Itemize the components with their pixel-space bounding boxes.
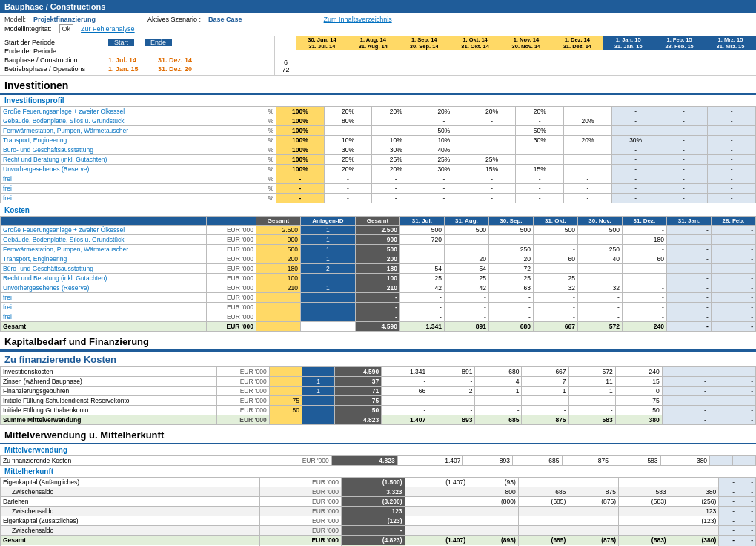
table-cell: Zwischensaldo: [1, 487, 260, 497]
table-cell: EUR '000: [216, 377, 269, 387]
table-cell: -: [711, 254, 755, 264]
table-cell: [256, 303, 301, 312]
table-cell: -: [666, 274, 711, 283]
period-h1-7: 1. Jan. 15: [603, 36, 654, 43]
list-item: frei%----------: [1, 174, 756, 184]
table-cell: 42: [399, 283, 444, 293]
table-cell: -: [533, 293, 577, 303]
table-cell: 10%: [420, 136, 468, 145]
list-item: Große Feuerungsanlage + zweiter Ölkessel…: [1, 107, 756, 116]
table-cell: -: [468, 174, 516, 184]
table-cell: 240: [622, 322, 666, 332]
table-cell: -: [719, 526, 737, 536]
table-cell: -: [428, 377, 475, 387]
header-bar: Bauphase / Constructions: [0, 0, 756, 13]
table-cell: -: [662, 367, 709, 377]
table-cell: 891: [428, 367, 475, 377]
table-cell: -: [737, 516, 756, 526]
list-item: Büro- und Geschäftsausstattung%100%30%30…: [1, 145, 756, 155]
integritaet-label: Modellintegrität:: [4, 25, 52, 33]
table-cell: -: [568, 406, 615, 415]
table-cell: -: [382, 406, 428, 415]
table-cell: -: [611, 194, 660, 203]
verwendung-sub-title: Mittelverwendung: [0, 444, 756, 455]
table-cell: 380: [660, 456, 710, 466]
kosten-th-p4: 31. Okt.: [533, 217, 577, 226]
table-cell: 20%: [468, 107, 516, 116]
list-item: Unvorhergesehenes (Reserve)%100%20%20%30…: [1, 165, 756, 174]
table-cell: 15%: [468, 165, 516, 174]
table-cell: [302, 396, 334, 406]
table-cell: -: [428, 406, 475, 415]
table-cell: [468, 126, 516, 136]
table-cell: -: [488, 293, 533, 303]
table-cell: EUR '000: [216, 367, 269, 377]
table-cell: -: [533, 235, 577, 245]
table-cell: 100%: [276, 145, 325, 155]
table-cell: -: [372, 194, 420, 203]
table-cell: Initiale Füllung Guthabenkonto: [1, 406, 217, 415]
list-item: Gebäude, Bodenplatte, Silos u. Grundstüc…: [1, 116, 756, 126]
table-cell: -: [399, 312, 444, 322]
table-cell: 4.823: [331, 456, 397, 466]
table-cell: 25: [533, 274, 577, 283]
list-item: Fernwärmestation, Pumpen, Wärmetauscher%…: [1, 126, 756, 136]
table-cell: -: [733, 456, 756, 466]
table-cell: [619, 478, 669, 487]
table-cell: Unvorhergesehenes (Reserve): [1, 165, 222, 174]
table-cell: -: [533, 312, 577, 322]
table-cell: 20%: [372, 107, 420, 116]
table-cell: 25%: [324, 155, 372, 165]
table-cell: 66: [382, 387, 428, 396]
table-cell: [564, 145, 612, 155]
fehler-link[interactable]: Zur Fehleranalyse: [81, 25, 135, 33]
table-cell: -: [737, 478, 756, 487]
table-cell: 30%: [372, 145, 420, 155]
table-cell: EUR '000: [206, 264, 256, 274]
list-item: Zu finanzierende KostenEUR '0004.8231.40…: [1, 456, 756, 466]
table-cell: 583: [611, 456, 661, 466]
table-cell: Summe Mittelverwendung: [1, 415, 217, 425]
toc-link[interactable]: Zum Inhaltsverzeichnis: [324, 16, 392, 23]
table-cell: (3.200): [342, 497, 405, 507]
table-cell: -: [662, 406, 709, 415]
table-cell: -: [324, 184, 372, 194]
table-cell: 20%: [324, 107, 372, 116]
table-cell: Unvorhergesehenes (Reserve): [1, 283, 207, 293]
szenario-label: Aktives Szenario :: [147, 16, 201, 23]
table-cell: 100: [256, 274, 301, 283]
table-cell: -: [666, 226, 711, 235]
table-cell: [468, 516, 519, 526]
table-cell: [564, 155, 612, 165]
table-cell: -: [708, 174, 756, 184]
table-cell: 4.590: [335, 367, 382, 377]
kosten-th-unit: [206, 217, 256, 226]
table-cell: 2.500: [355, 226, 399, 235]
table-cell: 180: [355, 264, 399, 274]
table-cell: -: [711, 264, 755, 274]
kosten-table: Gesamt Anlagen-ID Gesamt 31. Jul. 31. Au…: [0, 216, 756, 332]
table-cell: -: [488, 235, 533, 245]
table-cell: 100: [355, 274, 399, 283]
table-cell: %: [222, 136, 276, 145]
table-cell: 7: [522, 377, 568, 387]
table-cell: Zwischensaldo: [1, 507, 260, 516]
table-cell: 20%: [564, 136, 612, 145]
table-cell: [619, 516, 669, 526]
table-cell: -: [382, 377, 428, 387]
list-item: Eigenkapital (Zusätzliches)EUR '000(123)…: [1, 516, 756, 526]
table-cell: 71: [335, 387, 382, 396]
table-cell: [577, 264, 622, 274]
table-cell: 30%: [611, 136, 660, 145]
table-cell: -: [666, 312, 711, 322]
table-cell: [256, 322, 301, 332]
table-cell: -: [468, 194, 516, 203]
table-cell: frei: [1, 184, 222, 194]
table-cell: (123): [342, 516, 405, 526]
investitionsprofil-table: Große Feuerungsanlage + zweiter Ölkessel…: [0, 106, 756, 203]
table-cell: 30%: [420, 165, 468, 174]
table-cell: -: [711, 245, 755, 254]
table-cell: [564, 126, 612, 136]
table-cell: Eigenkapital (Zusätzliches): [1, 516, 260, 526]
table-cell: 40: [577, 254, 622, 264]
